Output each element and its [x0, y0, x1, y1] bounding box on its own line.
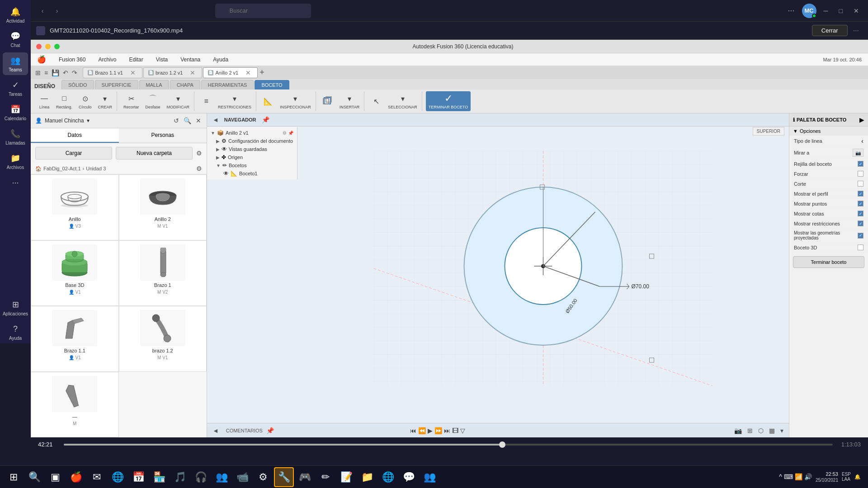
music-button[interactable]: 🎵 [170, 467, 190, 487]
terminar-boceto-button[interactable]: ✓ TERMINAR BOCETO [426, 91, 471, 111]
close-anillo2-tab[interactable]: ✕ [244, 69, 253, 76]
vp-btn-1[interactable]: ◄ [211, 426, 221, 435]
filter-button[interactable]: ▽ [460, 427, 465, 434]
nav-item-vistas[interactable]: ▶ 👁 Vistas guardadas [207, 145, 297, 153]
nav-pin-button[interactable]: 📌 [260, 115, 271, 124]
teams-taskbar[interactable]: 👥 [212, 467, 231, 487]
part-card-anillo[interactable]: Anillo 👤 V3 [31, 174, 119, 240]
sidebar-item-more[interactable]: ··· [3, 174, 28, 191]
appstore-button[interactable]: 🏪 [149, 467, 169, 487]
sidebar-item-llamadas[interactable]: 📞 Llamadas [3, 126, 28, 148]
boceto3d-checkbox[interactable] [858, 244, 863, 250]
refresh-button[interactable]: ↺ [173, 116, 180, 125]
circle-tool-button[interactable]: ⊙ Círculo [76, 91, 94, 111]
mostrar-restricciones-checkbox[interactable]: ✓ [858, 221, 863, 226]
cerrar-button[interactable]: Cerrar [812, 25, 848, 36]
line-tool-button[interactable]: — Línea [36, 91, 52, 111]
chevron-up-icon[interactable]: ^ [779, 473, 782, 480]
cargar-button[interactable]: Cargar [35, 147, 112, 160]
timeline-thumb[interactable] [499, 441, 505, 448]
finder-button[interactable]: 🍎 [66, 467, 86, 487]
select-button[interactable]: ↖ [368, 94, 384, 108]
nav-item-origen[interactable]: ▶ ✤ Origen [207, 153, 297, 161]
nav-item-boceto1[interactable]: 👁 📐 Boceto1 [207, 169, 297, 178]
doc-tab-anillo2[interactable]: 📄 Anillo 2 v1 ✕ [203, 67, 258, 78]
menu-ventana[interactable]: Ventana [178, 56, 203, 64]
chrome-taskbar[interactable]: 🌐 [108, 467, 127, 487]
sidebar-item-teams[interactable]: 👥 Teams [3, 52, 28, 75]
taskview-button[interactable]: ▣ [45, 467, 65, 487]
spotify-button[interactable]: 🎧 [191, 467, 211, 487]
horizontal-constraint[interactable]: ≡ [198, 94, 214, 108]
grid-view-button[interactable]: ⊞ [34, 68, 42, 77]
minimize-button[interactable]: ─ [820, 5, 832, 16]
tab-personas[interactable]: Personas [119, 128, 207, 143]
tab-superficie[interactable]: SUPERFICIE [95, 80, 138, 89]
home-icon[interactable]: 🏠 [35, 166, 42, 172]
skip-end-button[interactable]: ⏭ [444, 427, 450, 434]
seleccionar-dropdown[interactable]: ▾ SELECCIONAR [385, 91, 420, 111]
menu-ayuda[interactable]: Ayuda [210, 56, 231, 64]
expand-panel-button[interactable]: ▶ [859, 116, 864, 123]
close-panel-button[interactable]: ✕ [195, 116, 202, 125]
view-cube[interactable]: ⬡ [756, 426, 765, 435]
menu-vista[interactable]: Vista [153, 56, 170, 64]
tipo-linea-button[interactable]: ‹ [861, 137, 863, 145]
explorer-taskbar[interactable]: 📁 [357, 467, 377, 487]
apple-icon[interactable]: 🍎 [34, 54, 49, 65]
video-taskbar[interactable]: 📹 [232, 467, 252, 487]
discord-taskbar[interactable]: 💬 [399, 467, 419, 487]
search-panel-button[interactable]: 🔍 [183, 116, 192, 125]
rect-tool-button[interactable]: □ Rectáng. [53, 91, 75, 111]
breadcrumb-unidad[interactable]: Unidad 3 [86, 166, 106, 171]
undo-button[interactable]: ↶ [62, 68, 69, 77]
mac-maximize-dot[interactable] [54, 44, 60, 49]
mirar-a-button[interactable]: 📷 [853, 149, 863, 157]
nueva-carpeta-button[interactable]: Nueva carpeta [116, 147, 193, 160]
next-button[interactable]: ⏩ [434, 427, 442, 434]
redo-button[interactable]: ↷ [71, 68, 78, 77]
restricciones-dropdown[interactable]: ▾ RESTRICCIONES [215, 91, 254, 111]
tab-chapa[interactable]: CHAPA [170, 80, 200, 89]
insert-button[interactable] [320, 94, 336, 108]
nav-collapse-button[interactable]: ◄ [211, 115, 221, 124]
sidebar-item-aplicaciones[interactable]: ⊞ Aplicaciones [3, 296, 28, 319]
panel-settings-button[interactable]: ⚙ [196, 150, 202, 157]
rejilla-checkbox[interactable]: ✓ [858, 161, 863, 167]
tab-herramientas[interactable]: HERRAMIENTAS [201, 80, 254, 89]
camera-button[interactable]: 📷 [732, 426, 744, 435]
save-button[interactable]: 💾 [51, 68, 60, 77]
mostrar-cotas-checkbox[interactable]: ✓ [858, 211, 863, 216]
nav-item-config[interactable]: ▶ ⚙ Configuración del documento [207, 137, 297, 145]
vp-pin-btn[interactable]: 📌 [264, 426, 276, 435]
timeline-bar[interactable] [64, 444, 833, 446]
play-button[interactable]: ▶ [428, 427, 433, 434]
mail-button[interactable]: ✉ [87, 467, 107, 487]
fusion-taskbar[interactable]: 🔧 [274, 467, 294, 487]
design-mode-label[interactable]: DISEÑO [34, 83, 55, 89]
more-view-options[interactable]: ▾ [778, 426, 785, 435]
maximize-button[interactable]: □ [835, 5, 846, 16]
forzar-checkbox[interactable] [858, 171, 863, 177]
back-button[interactable]: ‹ [36, 5, 49, 17]
add-tab-button[interactable]: + [259, 67, 265, 78]
fillet-button[interactable]: ✂ Recortar [121, 91, 142, 111]
user-selector[interactable]: 👤 Manuel Chincha ▾ [35, 117, 169, 124]
corte-checkbox[interactable] [858, 181, 863, 187]
sidebar-item-ayuda[interactable]: ? Ayuda [3, 321, 28, 343]
mostrar-puntos-checkbox[interactable]: ✓ [858, 201, 863, 206]
search-taskbar-button[interactable]: 🔍 [24, 467, 44, 487]
chrome2-taskbar[interactable]: 🌐 [378, 467, 398, 487]
part-card-base3d[interactable]: Base 3D 👤 V1 [31, 240, 119, 306]
search-input[interactable] [215, 4, 311, 18]
grid-toggle[interactable]: ▦ [767, 426, 777, 435]
part-card-brazo11[interactable]: Brazo 1.1 👤 V1 [31, 306, 119, 372]
tab-solido[interactable]: SÓLIDO [61, 80, 94, 89]
system-clock[interactable]: 22:53 25/10/2021 [816, 471, 838, 483]
teams2-taskbar[interactable]: 👥 [420, 467, 439, 487]
app2-taskbar[interactable]: 🎮 [295, 467, 315, 487]
settings-taskbar[interactable]: ⚙ [253, 467, 273, 487]
skip-start-button[interactable]: ⏮ [410, 427, 416, 434]
tablet-taskbar[interactable]: ✏ [316, 467, 335, 487]
sidebar-item-actividad[interactable]: 🔔 Actividad [3, 4, 28, 26]
